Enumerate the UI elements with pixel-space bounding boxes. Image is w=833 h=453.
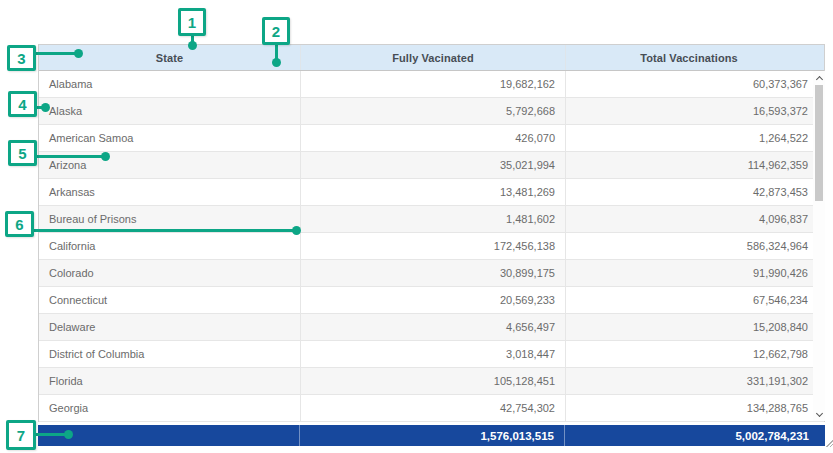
callout-5-line <box>35 155 103 158</box>
total-vaccinations-cell: 12,662,798 <box>565 341 824 367</box>
callout-4-dot <box>41 103 50 112</box>
scroll-down-button[interactable] <box>813 407 825 421</box>
fully-vacinated-cell: 35,021,994 <box>300 152 565 178</box>
total-vaccinations-cell: 67,546,234 <box>565 287 824 313</box>
fully-vacinated-cell: 4,656,497 <box>300 314 565 340</box>
table-header-row: State Fully Vacinated Total Vaccinations <box>39 45 824 71</box>
total-vaccinations-cell: 1,264,522 <box>565 125 824 151</box>
table-row[interactable]: American Samoa426,0701,264,522 <box>39 125 824 152</box>
fully-vacinated-cell: 1,481,602 <box>300 206 565 232</box>
fully-vacinated-cell: 19,682,162 <box>300 71 565 97</box>
callout-5-dot <box>101 152 110 161</box>
column-header-fully-vacinated[interactable]: Fully Vacinated <box>300 45 565 70</box>
state-cell: American Samoa <box>39 125 300 151</box>
table-row[interactable]: Alabama19,682,16260,373,367 <box>39 71 824 98</box>
state-cell: Connecticut <box>39 287 300 313</box>
callout-6-dot <box>292 226 301 235</box>
fully-vacinated-cell: 3,018,447 <box>300 341 565 367</box>
scrollbar-thumb[interactable] <box>815 85 823 201</box>
total-vaccinations-cell: 114,962,359 <box>565 152 824 178</box>
callout-7-line <box>35 433 66 436</box>
state-cell: Colorado <box>39 260 300 286</box>
callout-6-row-boundary: 6 <box>5 211 34 237</box>
screenshot-canvas: State Fully Vacinated Total Vaccinations… <box>0 0 833 453</box>
total-vaccinations: 5,002,784,231 <box>564 425 825 446</box>
total-vaccinations-cell: 586,324,964 <box>565 233 824 259</box>
total-vaccinations-cell: 60,373,367 <box>565 71 824 97</box>
callout-1-header-top: 1 <box>178 8 206 36</box>
state-cell: Delaware <box>39 314 300 340</box>
state-cell: Alaska <box>39 98 300 124</box>
state-cell: California <box>39 233 300 259</box>
callout-5-arizona-row: 5 <box>8 140 37 166</box>
fully-vacinated-cell: 5,792,668 <box>300 98 565 124</box>
total-vaccinations-cell: 134,288,765 <box>565 395 824 421</box>
state-cell: District of Columbia <box>39 341 300 367</box>
fully-vacinated-cell: 426,070 <box>300 125 565 151</box>
fully-vacinated-cell: 172,456,138 <box>300 233 565 259</box>
callout-2-state-column: 2 <box>262 17 290 45</box>
fully-vacinated-cell: 30,899,175 <box>300 260 565 286</box>
table-row[interactable]: District of Columbia3,018,44712,662,798 <box>39 341 824 368</box>
total-vaccinations-cell: 16,593,372 <box>565 98 824 124</box>
table-row[interactable]: Georgia42,754,302134,288,765 <box>39 395 824 422</box>
table-total-row: 1,576,013,515 5,002,784,231 <box>38 425 825 446</box>
table-row[interactable]: Delaware4,656,49715,208,840 <box>39 314 824 341</box>
callout-7-dot <box>64 430 73 439</box>
table-row[interactable]: California172,456,138586,324,964 <box>39 233 824 260</box>
vaccination-table: State Fully Vacinated Total Vaccinations… <box>38 44 825 422</box>
state-cell: Georgia <box>39 395 300 421</box>
state-cell: Alabama <box>39 71 300 97</box>
state-cell: Arkansas <box>39 179 300 205</box>
callout-3-dot <box>74 49 83 58</box>
total-vaccinations-cell: 15,208,840 <box>565 314 824 340</box>
total-state-cell <box>38 425 299 446</box>
callout-1-dot <box>188 41 197 50</box>
table-row[interactable]: Arkansas13,481,26942,873,453 <box>39 179 824 206</box>
callout-3-line <box>34 52 75 55</box>
fully-vacinated-cell: 20,569,233 <box>300 287 565 313</box>
fully-vacinated-cell: 13,481,269 <box>300 179 565 205</box>
total-vaccinations-cell: 331,191,302 <box>565 368 824 394</box>
chevron-down-icon <box>815 409 822 416</box>
table-row[interactable]: Alaska5,792,66816,593,372 <box>39 98 824 125</box>
vertical-scrollbar[interactable] <box>813 71 825 421</box>
fully-vacinated-cell: 42,754,302 <box>300 395 565 421</box>
table-body: Alabama19,682,16260,373,367Alaska5,792,6… <box>39 71 824 422</box>
scroll-up-button[interactable] <box>813 71 825 85</box>
total-vaccinations-cell: 91,990,426 <box>565 260 824 286</box>
total-vaccinations-cell: 4,096,837 <box>565 206 824 232</box>
table-row[interactable]: Connecticut20,569,23367,546,234 <box>39 287 824 314</box>
fully-vacinated-cell: 105,128,451 <box>300 368 565 394</box>
callout-6-line <box>32 229 294 232</box>
total-vaccinations-cell: 42,873,453 <box>565 179 824 205</box>
table-row[interactable]: Florida105,128,451331,191,302 <box>39 368 824 395</box>
callout-3-header-row: 3 <box>7 45 36 71</box>
callout-2-line <box>275 45 278 59</box>
state-cell: Florida <box>39 368 300 394</box>
table-row[interactable]: Colorado30,899,17591,990,426 <box>39 260 824 287</box>
column-header-total-vaccinations[interactable]: Total Vaccinations <box>565 45 824 70</box>
total-fully-vacinated: 1,576,013,515 <box>299 425 564 446</box>
resize-grip-icon[interactable] <box>826 440 833 447</box>
chevron-up-icon <box>815 75 822 82</box>
table-row[interactable]: Arizona35,021,994114,962,359 <box>39 152 824 179</box>
callout-4-alaska-row: 4 <box>8 91 37 117</box>
callout-2-dot <box>272 58 281 67</box>
callout-7-total-row: 7 <box>6 420 36 450</box>
